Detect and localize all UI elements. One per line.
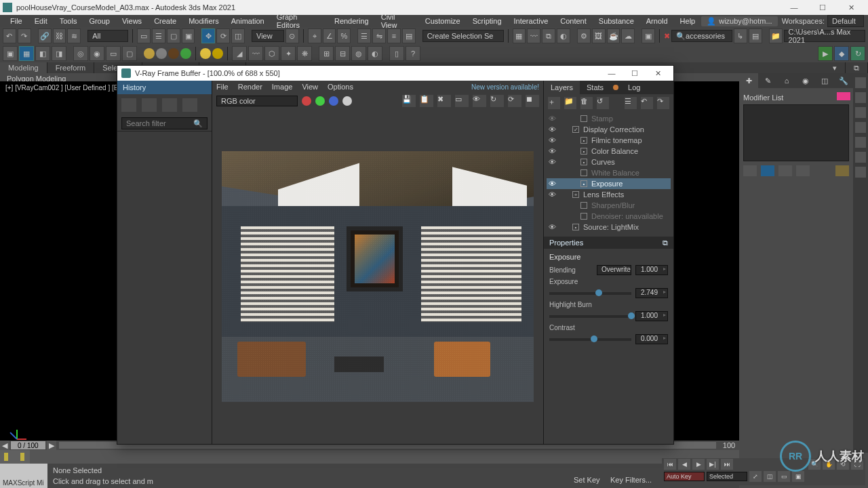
- vfb-tab-layers[interactable]: Layers: [544, 81, 580, 94]
- vfb-history-header[interactable]: History: [117, 81, 212, 94]
- timeslider-prev[interactable]: ◀: [0, 441, 9, 450]
- layer-folder[interactable]: 📁: [564, 97, 576, 109]
- layer-checkbox[interactable]: •: [572, 224, 579, 230]
- window-minimize[interactable]: —: [780, 1, 808, 14]
- layer-checkbox[interactable]: [580, 169, 587, 176]
- layer-filmic-tonemap[interactable]: 👁•Filmic tonemap: [547, 135, 671, 146]
- tool-a2[interactable]: ▦: [19, 46, 34, 61]
- layer-checkbox[interactable]: [580, 213, 587, 220]
- highlight-value[interactable]: 1.000: [635, 311, 668, 321]
- layer-checkbox[interactable]: •: [580, 180, 587, 187]
- tool-c4[interactable]: ✦: [281, 46, 296, 61]
- rendered-frame-button[interactable]: 🖼: [592, 28, 606, 43]
- workspaces-dropdown[interactable]: Default: [827, 15, 864, 27]
- menu-civil-view[interactable]: Civil View: [375, 15, 419, 27]
- properties-header[interactable]: Properties: [549, 239, 583, 247]
- vfb-load-image[interactable]: 📋: [420, 95, 433, 107]
- setkey-button[interactable]: Set Key: [574, 476, 608, 484]
- layer-del[interactable]: 🗑: [580, 97, 593, 109]
- exposure-slider[interactable]: [549, 292, 631, 295]
- cmd-tab-display[interactable]: ◫: [815, 73, 834, 88]
- autokey-button[interactable]: Auto Key: [664, 472, 705, 481]
- arrow-icon[interactable]: ↳: [734, 28, 747, 43]
- vray-button-1[interactable]: ▶: [818, 46, 833, 61]
- cmd-tab-hierarchy[interactable]: ⌂: [777, 73, 796, 88]
- sphere3-icon[interactable]: [180, 48, 191, 59]
- modifier-stack[interactable]: [743, 104, 849, 161]
- schematic-view-button[interactable]: ⧉: [542, 28, 555, 43]
- sphere-icon[interactable]: [156, 48, 167, 59]
- stack-pin[interactable]: [743, 165, 757, 176]
- tool-d1[interactable]: ⊞: [319, 46, 334, 61]
- select-by-name-button[interactable]: ☰: [152, 28, 165, 43]
- signed-in-user[interactable]: 👤 wizuby@hotm...: [701, 16, 777, 26]
- open-ae-button[interactable]: ▣: [642, 28, 655, 43]
- keyfilters-button[interactable]: Key Filters...: [610, 476, 658, 484]
- stack-config[interactable]: [835, 165, 849, 176]
- rect-region-button[interactable]: ▢: [167, 28, 180, 43]
- menu-modifiers[interactable]: Modifiers: [182, 15, 225, 27]
- layer-eye-icon[interactable]: 👁: [548, 158, 556, 166]
- menu-tools[interactable]: Tools: [54, 15, 83, 27]
- vfb-ipr-start[interactable]: ⟳: [508, 95, 521, 107]
- history-del[interactable]: [182, 98, 197, 112]
- layer-lens-effects[interactable]: 👁+Lens Effects: [547, 189, 671, 200]
- render-button[interactable]: ☕: [607, 28, 620, 43]
- history-search[interactable]: Search filter 🔍: [121, 117, 208, 129]
- gutter-btn-6[interactable]: [855, 152, 866, 163]
- menu-views[interactable]: Views: [116, 15, 148, 27]
- gutter-btn-7[interactable]: [855, 167, 866, 178]
- vfb-red-channel[interactable]: [302, 96, 311, 106]
- gutter-btn-3[interactable]: [855, 107, 866, 118]
- play-next[interactable]: ▶|: [707, 459, 719, 470]
- gutter-btn-1[interactable]: [855, 77, 866, 88]
- layers-button[interactable]: ▤: [402, 28, 416, 43]
- vray-button-3[interactable]: ↻: [850, 46, 865, 61]
- gutter-btn-4[interactable]: [855, 122, 866, 133]
- layer-redo[interactable]: ↷: [657, 97, 669, 109]
- timeslider-next[interactable]: ▶: [47, 441, 56, 450]
- contrast-value[interactable]: 0.000: [635, 334, 668, 344]
- blending-dropdown[interactable]: Overwrite: [597, 265, 631, 275]
- vfb-close[interactable]: ✕: [646, 66, 669, 80]
- menu-content[interactable]: Content: [554, 15, 593, 27]
- tool-d2[interactable]: ⊟: [335, 46, 350, 61]
- object-color-swatch[interactable]: [837, 92, 850, 100]
- layer-color-balance[interactable]: 👁•Color Balance: [547, 146, 671, 157]
- asset-browser-button[interactable]: ▤: [749, 28, 762, 43]
- layer-checkbox[interactable]: ✓: [572, 126, 579, 133]
- history-b[interactable]: [162, 98, 177, 112]
- exposure-value[interactable]: 2.749: [635, 288, 668, 298]
- menu-substance[interactable]: Substance: [593, 15, 640, 27]
- undo-button[interactable]: ↶: [3, 28, 16, 43]
- blending-amount[interactable]: 1.000: [635, 265, 668, 275]
- properties-popout-icon[interactable]: ⧉: [663, 239, 668, 247]
- selection-filter-dropdown[interactable]: All: [87, 30, 128, 42]
- gutter-btn-5[interactable]: [855, 137, 866, 148]
- play-start[interactable]: ⏮: [664, 459, 676, 470]
- vfb-render-viewport[interactable]: [212, 109, 543, 444]
- menu-arnold[interactable]: Arnold: [640, 15, 674, 27]
- highlight-slider[interactable]: [549, 315, 631, 318]
- tool-d3[interactable]: ◍: [351, 46, 366, 61]
- menu-help[interactable]: Help: [674, 15, 702, 27]
- layer-eye-icon[interactable]: 👁: [548, 136, 556, 144]
- create-selection-set-field[interactable]: Create Selection Se: [422, 30, 504, 42]
- trackbar[interactable]: [30, 450, 739, 464]
- vfb-menu-image[interactable]: Image: [272, 83, 293, 91]
- stack-remove[interactable]: [796, 165, 810, 176]
- align-button[interactable]: ≡: [387, 28, 401, 43]
- bind-spacewarp-button[interactable]: ≋: [67, 28, 81, 43]
- layer-sharpen-blur[interactable]: Sharpen/Blur: [547, 200, 671, 211]
- help-icon[interactable]: ?: [406, 46, 420, 61]
- menu-graph-editors[interactable]: Graph Editors: [271, 15, 328, 27]
- layer-checkbox[interactable]: •: [580, 159, 587, 165]
- play-end[interactable]: ⏭: [721, 459, 733, 470]
- material-search-field[interactable]: 🔍 accessories: [671, 30, 732, 42]
- trackbar-keys[interactable]: [0, 450, 30, 464]
- sphere2-icon[interactable]: [168, 48, 179, 59]
- vfb-mono-channel[interactable]: [342, 96, 352, 106]
- nav-max2[interactable]: ▣: [792, 471, 804, 482]
- stack-show-end[interactable]: [761, 165, 774, 176]
- tool-a4[interactable]: ◨: [52, 46, 66, 61]
